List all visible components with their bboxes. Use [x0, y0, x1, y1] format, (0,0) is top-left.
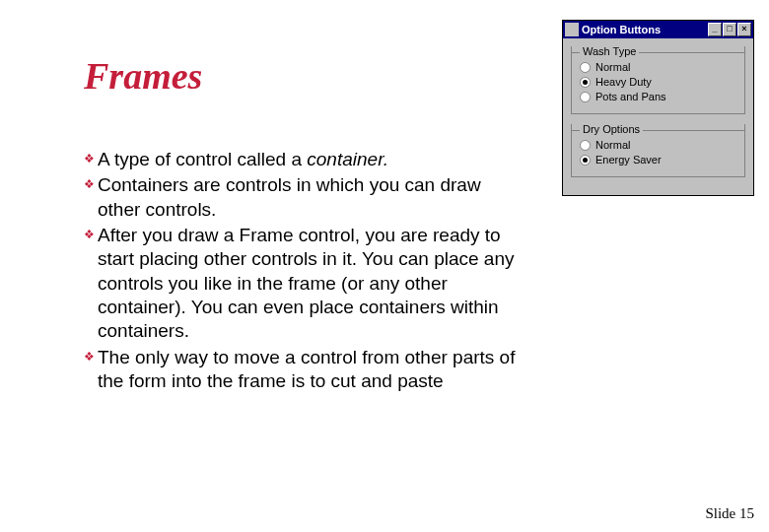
- slide-title: Frames: [84, 54, 202, 98]
- frame-title: Wash Type: [580, 45, 639, 57]
- radio-option[interactable]: Pots and Pans: [580, 91, 736, 102]
- window-title: Option Buttons: [582, 24, 708, 35]
- radio-option[interactable]: Normal: [580, 61, 736, 73]
- bullet-list: ❖ A type of control called a container. …: [84, 148, 518, 395]
- radio-icon: [580, 155, 591, 166]
- radio-icon: [580, 92, 591, 102]
- bullet-text: After you draw a Frame control, you are …: [98, 224, 518, 344]
- list-item: ❖ After you draw a Frame control, you ar…: [84, 224, 518, 344]
- window-body: Wash Type Normal Heavy Duty Pots and Pan…: [563, 38, 753, 195]
- radio-option[interactable]: Normal: [580, 139, 736, 151]
- app-icon: [565, 23, 579, 36]
- close-button[interactable]: ×: [737, 23, 751, 36]
- frame-dry-options: Dry Options Normal Energy Saver: [571, 124, 745, 177]
- radio-label: Energy Saver: [595, 154, 662, 166]
- radio-icon: [580, 77, 591, 88]
- radio-icon: [580, 140, 591, 151]
- slide-number: Slide 15: [705, 505, 754, 522]
- radio-icon: [580, 62, 591, 73]
- radio-label: Normal: [595, 139, 630, 151]
- radio-label: Heavy Duty: [595, 76, 652, 88]
- bullet-text: A type of control called a container.: [98, 148, 388, 171]
- radio-label: Normal: [595, 61, 630, 73]
- list-item: ❖ A type of control called a container.: [84, 148, 518, 171]
- bullet-text: The only way to move a control from othe…: [98, 346, 518, 394]
- minimize-button[interactable]: _: [708, 23, 722, 36]
- list-item: ❖ The only way to move a control from ot…: [84, 346, 518, 394]
- window-titlebar: Option Buttons _ □ ×: [563, 21, 753, 38]
- example-window: Option Buttons _ □ × Wash Type Normal He…: [562, 20, 754, 196]
- radio-label: Pots and Pans: [595, 91, 666, 102]
- radio-option[interactable]: Heavy Duty: [580, 76, 736, 88]
- diamond-bullet-icon: ❖: [84, 177, 95, 191]
- frame-wash-type: Wash Type Normal Heavy Duty Pots and Pan…: [571, 46, 745, 114]
- diamond-bullet-icon: ❖: [84, 350, 95, 364]
- diamond-bullet-icon: ❖: [84, 228, 95, 241]
- diamond-bullet-icon: ❖: [84, 152, 95, 166]
- radio-option[interactable]: Energy Saver: [580, 154, 736, 166]
- maximize-button[interactable]: □: [723, 23, 736, 36]
- list-item: ❖ Containers are controls in which you c…: [84, 173, 518, 222]
- window-buttons: _ □ ×: [708, 23, 751, 36]
- bullet-text: Containers are controls in which you can…: [98, 173, 518, 222]
- frame-title: Dry Options: [580, 123, 643, 135]
